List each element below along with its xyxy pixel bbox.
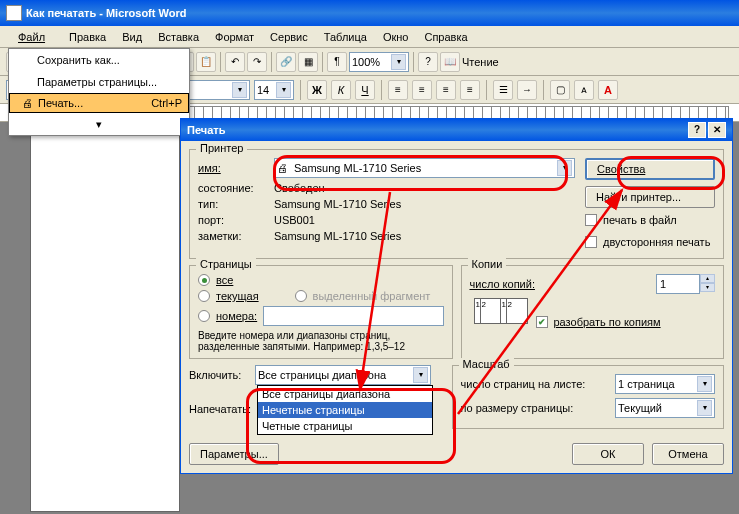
indent-icon[interactable]: → xyxy=(517,80,537,100)
type-label: тип: xyxy=(198,198,268,210)
menu-insert[interactable]: Вставка xyxy=(150,28,207,46)
include-option[interactable]: Нечетные страницы xyxy=(258,402,432,418)
type-value: Samsung ML-1710 Series xyxy=(274,198,401,210)
group-label: Страницы xyxy=(196,258,256,270)
underline-icon[interactable]: Ч xyxy=(355,80,375,100)
chevron-down-icon[interactable]: ▾ xyxy=(413,367,428,383)
zoom-value: 100% xyxy=(352,56,380,68)
paste-icon[interactable]: 📋 xyxy=(196,52,216,72)
align-left-icon[interactable]: ≡ xyxy=(388,80,408,100)
list-icon[interactable]: ☰ xyxy=(493,80,513,100)
menu-help[interactable]: Справка xyxy=(416,28,475,46)
selection-radio xyxy=(295,290,307,302)
include-option[interactable]: Четные страницы xyxy=(258,418,432,434)
para-icon[interactable]: ¶ xyxy=(327,52,347,72)
align-justify-icon[interactable]: ≡ xyxy=(460,80,480,100)
include-dropdown-list: Все страницы диапазона Нечетные страницы… xyxy=(257,385,433,435)
chevron-down-icon[interactable]: ▾ xyxy=(276,82,291,98)
numbers-radio[interactable] xyxy=(198,310,210,322)
print-dialog: Печать ? ✕ Принтер имя: 🖨 Samsung ML-171… xyxy=(180,118,733,474)
size-label: по размеру страницы: xyxy=(461,402,574,414)
chevron-down-icon[interactable]: ▾ xyxy=(391,54,406,70)
menu-save-as[interactable]: Сохранить как... xyxy=(9,49,189,71)
menu-file[interactable]: Файл xyxy=(2,28,61,46)
title-text: Как печатать - Microsoft Word xyxy=(26,7,186,19)
chevron-down-icon[interactable]: ▾ xyxy=(232,82,247,98)
notes-label: заметки: xyxy=(198,230,268,242)
read-icon[interactable]: 📖 xyxy=(440,52,460,72)
printer-group: Принтер имя: 🖨 Samsung ML-1710 Series ▾ … xyxy=(189,149,724,259)
pages-group: Страницы все текущая выделенный фрагмент… xyxy=(189,265,453,359)
name-label: имя: xyxy=(198,162,268,174)
count-spinner[interactable]: ▴▾ xyxy=(700,274,715,294)
redo-icon[interactable]: ↷ xyxy=(247,52,267,72)
params-button[interactable]: Параметры... xyxy=(189,443,279,465)
count-input[interactable] xyxy=(656,274,700,294)
align-center-icon[interactable]: ≡ xyxy=(412,80,432,100)
close-button[interactable]: ✕ xyxy=(708,122,726,138)
chevron-down-icon[interactable]: ▾ xyxy=(557,160,572,176)
properties-button[interactable]: Свойства xyxy=(585,158,715,180)
italic-icon[interactable]: К xyxy=(331,80,351,100)
menu-view[interactable]: Вид xyxy=(114,28,150,46)
menu-label: Печать... xyxy=(38,97,83,109)
printer-icon: 🖨 xyxy=(277,162,288,174)
zoom-combo[interactable]: 100% ▾ xyxy=(349,52,409,72)
printer-name-combo[interactable]: 🖨 Samsung ML-1710 Series ▾ xyxy=(274,158,575,178)
selection-label: выделенный фрагмент xyxy=(313,290,431,302)
group-label: Принтер xyxy=(196,142,247,154)
all-radio[interactable] xyxy=(198,274,210,286)
include-value: Все страницы диапазона xyxy=(258,369,386,381)
read-label[interactable]: Чтение xyxy=(462,56,499,68)
menu-table[interactable]: Таблица xyxy=(316,28,375,46)
highlight-icon[interactable]: ᴀ xyxy=(574,80,594,100)
numbers-input[interactable] xyxy=(263,306,443,326)
menu-expand[interactable]: ▾ xyxy=(9,113,189,135)
printer-name-value: Samsung ML-1710 Series xyxy=(294,162,421,174)
count-label: число копий: xyxy=(470,278,535,290)
to-file-label: печать в файл xyxy=(603,214,677,226)
current-radio[interactable] xyxy=(198,290,210,302)
dialog-titlebar[interactable]: Печать ? ✕ xyxy=(181,119,732,141)
border-icon[interactable]: ▢ xyxy=(550,80,570,100)
undo-icon[interactable]: ↶ xyxy=(225,52,245,72)
help-button[interactable]: ? xyxy=(688,122,706,138)
include-combo[interactable]: Все страницы диапазона ▾ xyxy=(255,365,431,385)
link-icon[interactable]: 🔗 xyxy=(276,52,296,72)
numbers-label: номера: xyxy=(216,310,257,322)
file-menu-dropdown: Сохранить как... Параметры страницы... 🖨… xyxy=(8,48,190,136)
find-printer-button[interactable]: Найти принтер... xyxy=(585,186,715,208)
state-value: Свободен xyxy=(274,182,325,194)
color-icon[interactable]: А xyxy=(598,80,618,100)
table-icon[interactable]: ▦ xyxy=(298,52,318,72)
chevron-down-icon[interactable]: ▾ xyxy=(697,400,712,416)
size-combo[interactable]: 14 ▾ xyxy=(254,80,294,100)
menubar: Файл Правка Вид Вставка Формат Сервис Та… xyxy=(0,26,739,48)
align-right-icon[interactable]: ≡ xyxy=(436,80,456,100)
chevron-down-icon: ▾ xyxy=(96,118,102,131)
notes-value: Samsung ML-1710 Series xyxy=(274,230,401,242)
help-icon[interactable]: ? xyxy=(418,52,438,72)
font-size: 14 xyxy=(257,84,269,96)
pps-combo[interactable]: 1 страница ▾ xyxy=(615,374,715,394)
app-titlebar: Как печатать - Microsoft Word xyxy=(0,0,739,26)
menu-page-setup[interactable]: Параметры страницы... xyxy=(9,71,189,93)
menu-edit[interactable]: Правка xyxy=(61,28,114,46)
pps-value: 1 страница xyxy=(618,378,675,390)
to-file-checkbox[interactable] xyxy=(585,214,597,226)
size-combo[interactable]: Текущий ▾ xyxy=(615,398,715,418)
duplex-checkbox[interactable] xyxy=(585,236,597,248)
include-option[interactable]: Все страницы диапазона xyxy=(258,386,432,402)
menu-print[interactable]: 🖨 Печать... Ctrl+P xyxy=(9,93,189,113)
collate-checkbox[interactable]: ✔ xyxy=(536,316,548,328)
chevron-down-icon[interactable]: ▾ xyxy=(697,376,712,392)
menu-window[interactable]: Окно xyxy=(375,28,417,46)
menu-format[interactable]: Формат xyxy=(207,28,262,46)
cancel-button[interactable]: Отмена xyxy=(652,443,724,465)
ok-button[interactable]: ОК xyxy=(572,443,644,465)
bold-icon[interactable]: Ж xyxy=(307,80,327,100)
menu-service[interactable]: Сервис xyxy=(262,28,316,46)
page[interactable] xyxy=(30,132,180,512)
shortcut: Ctrl+P xyxy=(151,97,182,109)
include-label: Включить: xyxy=(189,369,249,381)
